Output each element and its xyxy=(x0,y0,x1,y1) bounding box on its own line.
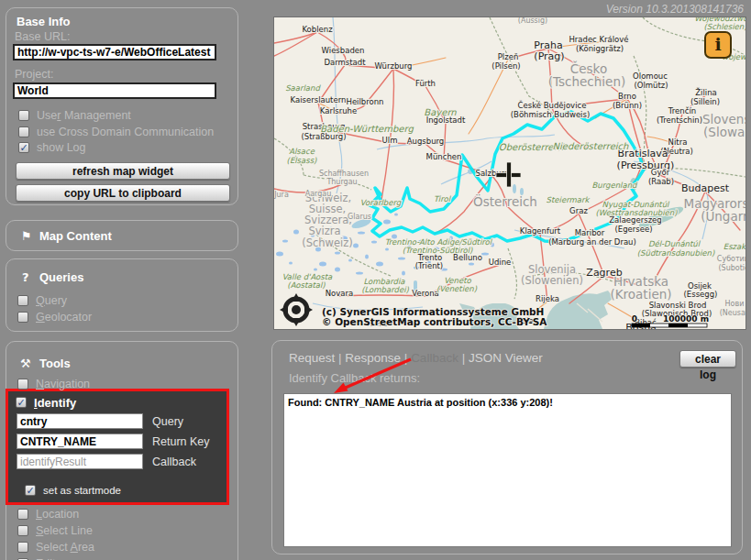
checkbox[interactable]: ✓ xyxy=(16,397,27,408)
map-label: (Westtransdanubien) xyxy=(595,208,678,217)
app-root: { "header": { "version": "Version 10.3.2… xyxy=(0,0,751,560)
lake-speckle xyxy=(394,214,398,216)
log-caption: Identify Callback returns: xyxy=(289,371,420,385)
checkbox-row-location: ✓Location xyxy=(17,508,79,521)
panel-log: Request | Response | Callback | JSON Vie… xyxy=(271,340,743,555)
base-url-label: Base URL: xyxy=(15,30,70,43)
panel-map-content[interactable]: ⚑ Map Content xyxy=(6,220,238,251)
map-label: Alsace xyxy=(289,147,315,156)
checkbox[interactable]: ✓ xyxy=(17,509,28,520)
checkbox-row-use-cross-domain-communication: ✓use Cross Domain Communication xyxy=(18,126,214,138)
map-label: (Neusatz) xyxy=(720,309,745,317)
panel-tools: ⚒ Tools ✓Identify QueryReturn KeyCallbac… xyxy=(6,341,238,560)
field-label: Return Key xyxy=(152,435,210,448)
map-label: Würzburg xyxy=(375,61,413,71)
checkbox[interactable]: ✓ xyxy=(17,542,28,553)
log-entry: Found: CNTRY_NAME Austria at position (x… xyxy=(288,397,727,408)
clear-log-button[interactable]: clear log xyxy=(679,350,736,368)
checkbox[interactable]: ✓ xyxy=(17,525,28,536)
map-label: Jura xyxy=(274,191,289,199)
lake-speckle xyxy=(385,248,389,251)
map-label: Heilbronn xyxy=(346,97,383,106)
refresh-map-button[interactable]: refresh map widget xyxy=(16,162,230,180)
callback-input[interactable] xyxy=(17,454,143,469)
checkbox[interactable]: ✓ xyxy=(18,110,29,121)
info-button[interactable]: i xyxy=(704,31,732,59)
checkbox-row-navigation: ✓Navigation xyxy=(17,378,90,390)
map-label: (Königgrätz) xyxy=(576,44,624,53)
lake-speckle xyxy=(358,232,365,235)
checkbox-label: use Cross Domain Communication xyxy=(37,126,214,138)
checkbox-row-user-management: ✓User Management xyxy=(18,109,131,122)
lake-speckle xyxy=(319,262,326,267)
scale-zero: 0 xyxy=(632,314,637,324)
lake-speckle xyxy=(402,271,405,276)
checkbox-label: User Management xyxy=(37,109,131,122)
checkbox[interactable]: ✓ xyxy=(25,485,36,496)
lake-speckle xyxy=(293,230,299,235)
map-label: Budapest xyxy=(681,182,730,194)
project-label: Project: xyxy=(15,68,53,81)
lake-speckle xyxy=(398,258,405,260)
tab-response[interactable]: Response xyxy=(345,351,401,365)
map-label: Steiermark xyxy=(547,195,591,204)
checkbox[interactable]: ✓ xyxy=(17,312,28,323)
map-label: Eszak xyxy=(723,242,745,251)
map-label: (Kroatien) xyxy=(610,287,671,302)
map-label: Wiesbaden xyxy=(322,46,365,55)
map-label: Klagenfurt xyxy=(520,226,561,236)
map-label: Нови xyxy=(725,300,745,308)
map-label: Kaiserslautern xyxy=(291,95,347,104)
tab-request[interactable]: Request xyxy=(289,351,335,365)
map-label: (Schlesien) xyxy=(703,22,745,31)
log-output-area[interactable]: Found: CNTRY_NAME Austria at position (x… xyxy=(283,393,732,547)
map-label: Žilina xyxy=(695,87,717,97)
query-input[interactable] xyxy=(17,413,143,429)
map-label: Augsburg xyxy=(407,137,445,146)
checkbox-label: Geolocator xyxy=(36,311,92,324)
map-label: Brno xyxy=(618,92,636,101)
project-input[interactable] xyxy=(13,82,216,99)
map-canvas[interactable]: GießenKoblenzWiesbadenDarmstadtWürzburgK… xyxy=(274,17,745,329)
return-key-input[interactable] xyxy=(17,434,143,449)
map-label: (Prag) xyxy=(534,50,564,62)
map-label: (Trentschin) xyxy=(657,115,702,125)
map-label: Rijeka xyxy=(536,294,559,303)
map-label: Tirol xyxy=(434,194,452,203)
lake-speckle xyxy=(276,252,283,257)
base-url-input[interactable] xyxy=(13,44,216,60)
panel-queries: ? Queries ✓Query✓Geolocator xyxy=(6,258,238,332)
checkbox-label: Navigation xyxy=(36,378,90,390)
map-label: Trenčín xyxy=(668,106,696,115)
map-label: Niederösterreich xyxy=(553,141,629,151)
tab-json-viewer[interactable]: JSON Viewer xyxy=(469,351,543,365)
tools-icon: ⚒ xyxy=(20,357,31,370)
checkbox[interactable]: ✓ xyxy=(17,295,28,306)
checkbox[interactable]: ✓ xyxy=(18,142,29,153)
map-label: Nitra xyxy=(668,137,688,147)
checkbox[interactable]: ✓ xyxy=(17,379,28,390)
tab-callback[interactable]: Callback xyxy=(411,351,458,365)
map-label: (Brünn) xyxy=(613,101,642,110)
map-label: (Trient) xyxy=(415,261,443,270)
lake-speckle xyxy=(353,244,359,248)
map-label: Burgenland xyxy=(592,181,639,190)
lake-speckle xyxy=(365,255,369,259)
map-label: Baden-Württemberg xyxy=(320,124,414,135)
map-label: Bayern xyxy=(424,107,457,118)
checkbox-label: set as startmode xyxy=(43,485,121,496)
map-label: Udine xyxy=(489,258,512,267)
map-label: Thurgau xyxy=(326,178,357,186)
copy-url-button[interactable]: copy URL to clipboard xyxy=(16,184,230,202)
panel-title: Queries xyxy=(39,270,83,284)
map-label: (Marburg an der Drau) xyxy=(548,237,636,247)
checkbox-label: Select Line xyxy=(36,524,93,537)
checkbox-row-geolocator: ✓Geolocator xyxy=(17,311,92,324)
map-label: (Ungarn) xyxy=(701,209,745,224)
map-viewport[interactable]: GießenKoblenzWiesbadenDarmstadtWürzburgK… xyxy=(273,16,746,330)
map-label: Ulm xyxy=(382,136,398,145)
lake-speckle xyxy=(335,268,340,272)
map-label: Novara xyxy=(326,289,354,298)
map-label: (Olmütz) xyxy=(634,81,668,90)
checkbox[interactable]: ✓ xyxy=(18,126,29,137)
